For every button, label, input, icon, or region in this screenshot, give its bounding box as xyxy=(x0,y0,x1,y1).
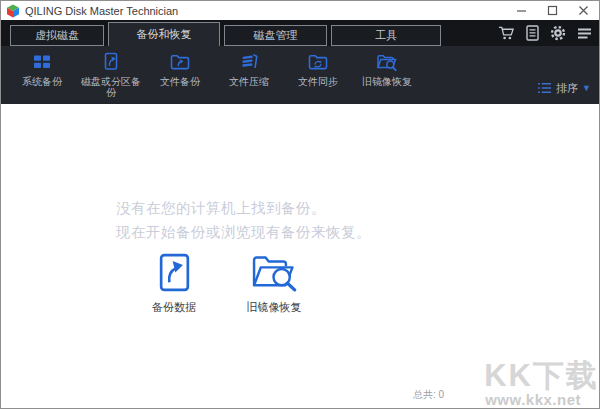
window-title: QILING Disk Master Technician xyxy=(25,5,506,17)
toolbar-item-label: 系统备份 xyxy=(22,76,62,87)
file-sync-icon xyxy=(308,52,328,74)
app-logo-icon xyxy=(6,4,20,18)
status-total-label: 总共: xyxy=(413,389,436,400)
license-icon[interactable] xyxy=(526,25,539,41)
toolbar-item-label: 文件备份 xyxy=(160,76,200,87)
backup-data-button[interactable]: 备份数据 xyxy=(134,252,214,315)
sort-control[interactable]: 排序 ▼ xyxy=(537,81,591,96)
close-icon[interactable] xyxy=(568,1,599,20)
watermark-url: www.kkx.net xyxy=(485,391,581,408)
minimize-icon[interactable] xyxy=(506,1,537,20)
app-window: QILING Disk Master Technician 虚拟磁盘 备份和恢复… xyxy=(0,0,600,409)
status-total: 总共: 0 xyxy=(413,388,444,402)
old-image-restore-icon xyxy=(376,52,398,74)
gear-icon[interactable] xyxy=(550,25,566,41)
toolbar-item-file-compress[interactable]: 文件压缩 xyxy=(216,46,282,104)
action-buttons: 备份数据 旧镜像恢复 xyxy=(134,252,320,315)
action-label: 旧镜像恢复 xyxy=(247,300,302,315)
toolbar-item-file-backup[interactable]: 文件备份 xyxy=(147,46,213,104)
sort-list-icon xyxy=(537,82,552,96)
disk-partition-backup-icon xyxy=(101,52,121,74)
file-compress-icon xyxy=(239,52,259,74)
toolbar-item-label: 磁盘或分区备份 xyxy=(78,76,144,98)
toolbar-item-label: 文件压缩 xyxy=(229,76,269,87)
tab-tools[interactable]: 工具 xyxy=(331,25,441,46)
maximize-icon[interactable] xyxy=(537,1,568,20)
tabbar-icons xyxy=(498,20,592,46)
sort-label: 排序 xyxy=(556,81,578,96)
chevron-down-icon: ▼ xyxy=(582,84,591,93)
empty-state-message: 没有在您的计算机上找到备份。 现在开始备份或浏览现有备份来恢复。 xyxy=(116,196,371,244)
tab-disk-management[interactable]: 磁盘管理 xyxy=(224,25,327,46)
cart-icon[interactable] xyxy=(498,25,515,41)
window-controls xyxy=(506,1,599,20)
titlebar: QILING Disk Master Technician xyxy=(1,1,599,20)
file-backup-icon xyxy=(170,52,190,74)
toolbar-item-disk-partition-backup[interactable]: 磁盘或分区备份 xyxy=(78,46,144,104)
main-content: 没有在您的计算机上找到备份。 现在开始备份或浏览现有备份来恢复。 备份数据 xyxy=(1,104,599,408)
empty-state-line2: 现在开始备份或浏览现有备份来恢复。 xyxy=(116,220,371,244)
tab-bar: 虚拟磁盘 备份和恢复 磁盘管理 工具 xyxy=(1,20,599,46)
toolbar-item-old-image-restore[interactable]: 旧镜像恢复 xyxy=(354,46,420,104)
status-total-value: 0 xyxy=(439,389,445,400)
old-image-restore-icon xyxy=(251,252,298,292)
menu-icon[interactable] xyxy=(577,27,592,40)
old-image-restore-button[interactable]: 旧镜像恢复 xyxy=(228,252,320,315)
tab-virtual-disk[interactable]: 虚拟磁盘 xyxy=(10,25,104,46)
toolbar-item-label: 文件同步 xyxy=(298,76,338,87)
toolbar-item-file-sync[interactable]: 文件同步 xyxy=(285,46,351,104)
watermark-logo: KK下载 xyxy=(484,360,599,391)
backup-data-icon xyxy=(159,252,190,292)
empty-state-line1: 没有在您的计算机上找到备份。 xyxy=(116,196,371,220)
toolbar: 系统备份 磁盘或分区备份 文件备份 xyxy=(1,46,599,104)
action-label: 备份数据 xyxy=(152,300,196,315)
system-backup-icon xyxy=(32,52,52,74)
tab-backup-restore[interactable]: 备份和恢复 xyxy=(108,22,220,46)
toolbar-item-system-backup[interactable]: 系统备份 xyxy=(9,46,75,104)
toolbar-item-label: 旧镜像恢复 xyxy=(362,76,412,87)
